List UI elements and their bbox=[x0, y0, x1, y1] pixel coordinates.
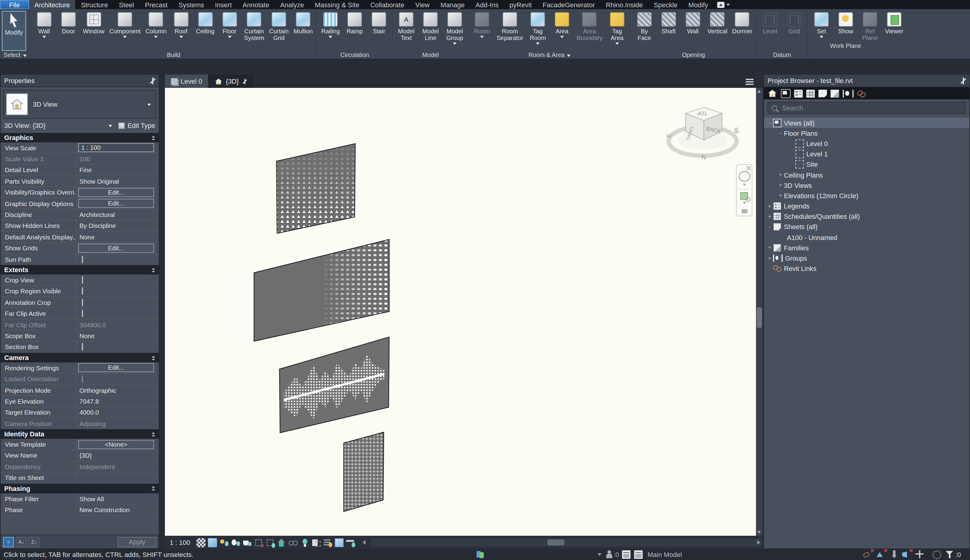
projection-mode-value[interactable]: Orthographic bbox=[77, 387, 159, 393]
area-button[interactable]: Area bbox=[550, 11, 573, 39]
set-button[interactable]: Set bbox=[810, 11, 833, 39]
file-menu-button[interactable]: File bbox=[0, 0, 29, 9]
dormer-button[interactable]: Dormer bbox=[730, 11, 754, 35]
tree-item-level-0[interactable]: Level 0 bbox=[764, 138, 969, 149]
menu-tab-structure[interactable]: Structure bbox=[75, 0, 113, 9]
exclude-underlay-icon[interactable] bbox=[877, 550, 885, 559]
curtain-grid-button[interactable]: CurtainGrid bbox=[267, 11, 291, 42]
instance-name[interactable]: 3D View: {3D} bbox=[4, 122, 109, 129]
component-button[interactable]: Component bbox=[108, 11, 142, 39]
sun-path-icon[interactable] bbox=[219, 538, 228, 547]
view-template-button[interactable]: <None> bbox=[78, 440, 154, 449]
browser-search-box[interactable] bbox=[768, 102, 966, 114]
worksets-icon[interactable] bbox=[477, 550, 485, 559]
scroll-down-icon[interactable] bbox=[757, 531, 761, 534]
show-hidden-lines-value[interactable]: By Discipline bbox=[77, 222, 159, 229]
expander-icon[interactable]: - bbox=[777, 130, 784, 137]
expander-icon[interactable]: + bbox=[766, 213, 773, 220]
roof-button[interactable]: Roof bbox=[170, 11, 192, 39]
menu-tab-analyze[interactable]: Analyze bbox=[275, 0, 309, 9]
tree-item-sheets[interactable]: -Sheets (all) bbox=[764, 222, 969, 232]
tree-item-views-all[interactable]: -Views (all) bbox=[764, 118, 969, 128]
chevron-down-icon[interactable] bbox=[109, 125, 112, 127]
ramp-button[interactable]: Ramp bbox=[343, 11, 366, 35]
close-icon[interactable] bbox=[960, 78, 966, 83]
properties-filter-icon[interactable]: ≡ bbox=[3, 537, 14, 547]
close-icon[interactable] bbox=[150, 78, 155, 83]
type-selector[interactable]: 3D View bbox=[3, 90, 157, 119]
tree-item-ceiling-plans[interactable]: +Ceiling Plans bbox=[764, 170, 969, 180]
tree-item-families[interactable]: +Families bbox=[764, 243, 969, 253]
menu-tab-precast[interactable]: Precast bbox=[140, 0, 173, 9]
sheets-filter-icon[interactable] bbox=[818, 89, 827, 97]
visibility-graphics-edit-button[interactable]: Edit... bbox=[78, 188, 154, 197]
views-filter-icon[interactable] bbox=[781, 89, 790, 98]
scroll-right-icon[interactable] bbox=[757, 540, 760, 545]
compass-north-label[interactable]: N bbox=[702, 153, 706, 161]
phase-value[interactable]: New Construction bbox=[77, 506, 159, 513]
expander-icon[interactable]: + bbox=[777, 192, 784, 199]
scope-box-value[interactable]: None bbox=[77, 332, 159, 339]
menu-tab-modify[interactable]: Modify bbox=[683, 0, 713, 9]
tag-room-button[interactable]: TagRoom bbox=[526, 11, 549, 45]
window-button[interactable]: Window bbox=[81, 11, 107, 35]
stair-button[interactable]: Stair bbox=[367, 11, 390, 35]
section-header-phasing[interactable]: Phasing bbox=[1, 483, 159, 493]
menu-tab-pyrevit[interactable]: pyRevit bbox=[504, 0, 537, 9]
menu-tab-architecture[interactable]: Architecture bbox=[29, 0, 75, 9]
home-icon[interactable] bbox=[768, 89, 777, 98]
zoom-icon[interactable] bbox=[740, 192, 748, 200]
far-clip-active-checkbox[interactable] bbox=[82, 310, 83, 317]
expander-icon[interactable]: + bbox=[777, 172, 784, 178]
lock-view-icon[interactable] bbox=[277, 538, 286, 547]
links-filter-icon[interactable] bbox=[857, 89, 866, 97]
wall-button[interactable]: Wall bbox=[33, 11, 56, 39]
navbar-options-icon[interactable] bbox=[741, 209, 747, 213]
scrollbar-thumb[interactable] bbox=[547, 539, 564, 545]
schedules-filter-icon[interactable] bbox=[806, 89, 815, 97]
model-text-button[interactable]: AModelText bbox=[395, 11, 418, 42]
apply-button[interactable]: Apply bbox=[118, 537, 157, 547]
menu-tab-insert[interactable]: Insert bbox=[210, 0, 237, 9]
tag-area-button[interactable]: TagArea bbox=[606, 11, 629, 45]
viewer-button[interactable]: Viewer bbox=[883, 11, 906, 35]
modify-button[interactable]: Modify bbox=[2, 11, 26, 51]
ellipse-wave-perforated-panel[interactable] bbox=[253, 238, 391, 342]
steering-wheel-icon[interactable] bbox=[738, 171, 750, 182]
worksets-dialog-icon[interactable] bbox=[622, 550, 630, 559]
search-input[interactable] bbox=[781, 103, 962, 112]
menu-tab-manage[interactable]: Manage bbox=[435, 0, 470, 9]
sort-descending-icon[interactable]: Z↓ bbox=[28, 537, 39, 547]
scroll-up-icon[interactable] bbox=[757, 90, 761, 93]
eye-elevation-value[interactable]: 7047.8 bbox=[77, 398, 159, 405]
detail-level-value[interactable]: Fine bbox=[77, 167, 159, 173]
model-group-button[interactable]: ModelGroup bbox=[443, 11, 466, 45]
shaft-button[interactable]: Shaft bbox=[657, 11, 680, 35]
crop-region-visible-checkbox[interactable] bbox=[82, 288, 83, 295]
target-elevation-value[interactable]: 4000.0 bbox=[77, 409, 159, 416]
menu-tab-systems[interactable]: Systems bbox=[173, 0, 210, 9]
group-label-room-area[interactable]: Room & Area bbox=[468, 51, 630, 59]
rendering-icon[interactable] bbox=[242, 538, 251, 547]
tree-item-groups[interactable]: +Groups bbox=[764, 253, 969, 263]
expander-icon[interactable]: - bbox=[766, 223, 773, 230]
reveal-hidden-icon[interactable] bbox=[288, 538, 297, 547]
rendering-settings-edit-button[interactable]: Edit... bbox=[78, 363, 154, 372]
temporary-hide-isolate-icon[interactable] bbox=[300, 538, 309, 547]
sun-path-checkbox[interactable] bbox=[82, 255, 83, 263]
families-filter-icon[interactable] bbox=[830, 89, 839, 97]
view-name-value[interactable]: {3D} bbox=[77, 452, 159, 459]
edit-type-button[interactable]: Edit Type bbox=[118, 122, 155, 129]
shadows-icon[interactable] bbox=[231, 538, 240, 547]
tree-item-a100-unnamed[interactable]: A100 - Unnamed bbox=[764, 232, 969, 242]
menu-tab-view[interactable]: View bbox=[410, 0, 435, 9]
crop-region-icon[interactable] bbox=[265, 538, 274, 547]
drag-elements-icon[interactable] bbox=[915, 550, 924, 559]
railing-button[interactable]: Railing bbox=[319, 11, 342, 39]
section-header-extents[interactable]: Extents bbox=[1, 265, 159, 275]
tree-item-schedules[interactable]: +Schedules/Quantities (all) bbox=[764, 211, 969, 222]
selection-filter-icon[interactable] bbox=[946, 550, 954, 559]
tree-item-revit-links[interactable]: Revit Links bbox=[764, 263, 969, 273]
floor-button[interactable]: Floor bbox=[218, 11, 241, 39]
constraints-icon[interactable] bbox=[346, 538, 355, 547]
